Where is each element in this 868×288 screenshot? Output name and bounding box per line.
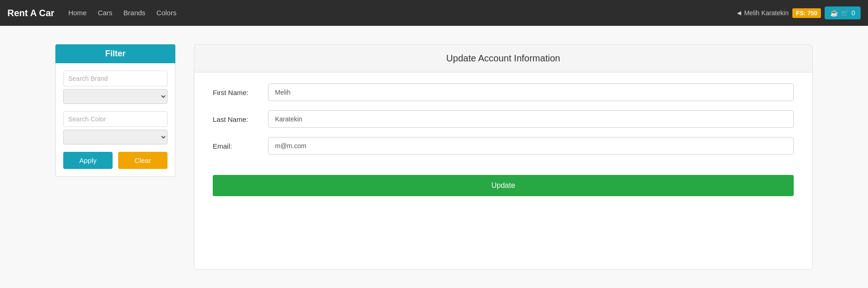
- nav-cars[interactable]: Cars: [98, 9, 113, 17]
- fs-badge: FS: 750: [792, 8, 821, 18]
- nav-colors[interactable]: Colors: [156, 9, 176, 17]
- user-name: Melih Karatekin: [744, 9, 789, 17]
- cart-button[interactable]: ☕ 🛒 0: [825, 6, 861, 19]
- last-name-label: Last Name:: [213, 115, 268, 123]
- filter-header: Filter: [55, 44, 175, 63]
- filter-panel: Filter Search Brand Search Color Apply C…: [55, 44, 175, 270]
- filter-title: Filter: [105, 49, 126, 58]
- account-card-body: First Name: Last Name: Email:: [194, 72, 812, 175]
- account-card: Update Account Information First Name: L…: [194, 44, 813, 270]
- nav-home[interactable]: Home: [68, 9, 87, 17]
- main-content: Filter Search Brand Search Color Apply C…: [0, 26, 868, 288]
- clear-button[interactable]: Clear: [118, 152, 168, 169]
- brand-select[interactable]: [63, 89, 168, 104]
- first-name-label: First Name:: [213, 89, 268, 96]
- user-arrow-icon: ◀: [737, 10, 741, 16]
- email-label: Email:: [213, 142, 268, 150]
- account-title: Update Account Information: [205, 53, 801, 64]
- email-group: Email:: [213, 137, 794, 155]
- account-card-header: Update Account Information: [194, 45, 812, 72]
- first-name-group: First Name:: [213, 84, 794, 101]
- brand-search-label: Search Brand: [63, 71, 168, 86]
- last-name-group: Last Name:: [213, 110, 794, 128]
- brand-logo[interactable]: Rent A Car: [7, 8, 54, 18]
- first-name-input[interactable]: [268, 84, 794, 101]
- color-filter-section: Search Color: [63, 111, 168, 144]
- filter-body: Search Brand Search Color Apply Clear: [55, 63, 175, 177]
- cart-count: 0: [851, 9, 855, 17]
- email-input[interactable]: [268, 137, 794, 155]
- user-info: ◀ Melih Karatekin: [737, 9, 789, 17]
- brand-filter-section: Search Brand: [63, 71, 168, 104]
- update-button[interactable]: Update: [213, 175, 794, 196]
- nav-links: Home Cars Brands Colors: [68, 9, 177, 17]
- apply-button[interactable]: Apply: [63, 152, 113, 169]
- navbar: Rent A Car Home Cars Brands Colors ◀ Mel…: [0, 0, 868, 26]
- cart-icon: ☕: [830, 9, 838, 17]
- last-name-input[interactable]: [268, 110, 794, 128]
- navbar-right: ◀ Melih Karatekin FS: 750 ☕ 🛒 0: [737, 6, 861, 19]
- nav-brands[interactable]: Brands: [124, 9, 146, 17]
- color-select[interactable]: [63, 130, 168, 144]
- color-search-label: Search Color: [63, 111, 168, 127]
- cart-icon-cart: 🛒: [841, 9, 849, 17]
- account-card-footer: Update: [194, 175, 812, 207]
- filter-buttons: Apply Clear: [63, 152, 168, 169]
